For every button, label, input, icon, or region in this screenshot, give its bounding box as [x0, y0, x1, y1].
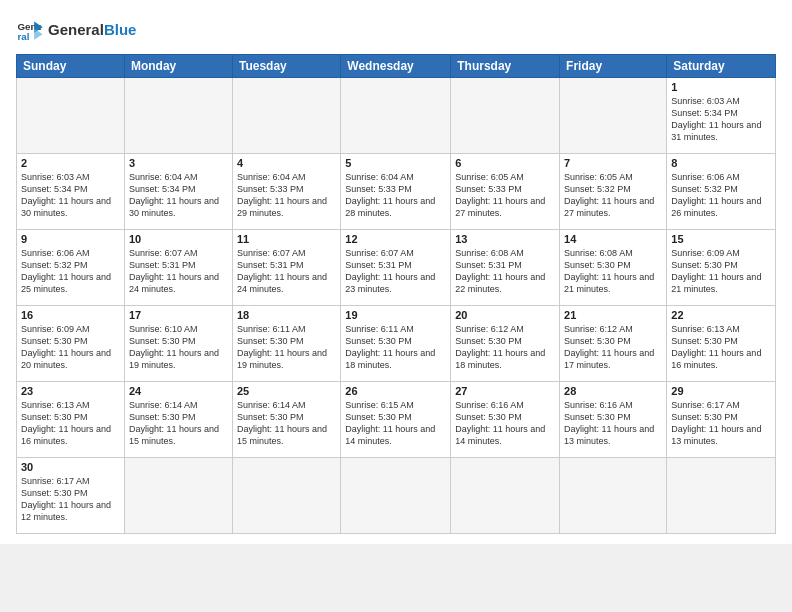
calendar-cell: 10Sunrise: 6:07 AMSunset: 5:31 PMDayligh…	[124, 230, 232, 306]
day-number: 14	[564, 233, 662, 245]
day-number: 30	[21, 461, 120, 473]
logo-general: GeneralBlue	[48, 22, 136, 39]
calendar-cell	[232, 458, 340, 534]
day-number: 4	[237, 157, 336, 169]
calendar-cell: 5Sunrise: 6:04 AMSunset: 5:33 PMDaylight…	[341, 154, 451, 230]
svg-text:ral: ral	[17, 31, 29, 42]
calendar-cell: 3Sunrise: 6:04 AMSunset: 5:34 PMDaylight…	[124, 154, 232, 230]
cell-info: Sunrise: 6:07 AMSunset: 5:31 PMDaylight:…	[345, 247, 446, 296]
calendar-cell: 22Sunrise: 6:13 AMSunset: 5:30 PMDayligh…	[667, 306, 776, 382]
page: Gene ral GeneralBlue SundayMondayTuesday…	[0, 0, 792, 544]
cell-info: Sunrise: 6:14 AMSunset: 5:30 PMDaylight:…	[237, 399, 336, 448]
week-row-2: 2Sunrise: 6:03 AMSunset: 5:34 PMDaylight…	[17, 154, 776, 230]
calendar-cell: 28Sunrise: 6:16 AMSunset: 5:30 PMDayligh…	[560, 382, 667, 458]
day-number: 8	[671, 157, 771, 169]
day-number: 27	[455, 385, 555, 397]
calendar-cell	[451, 458, 560, 534]
calendar-cell: 30Sunrise: 6:17 AMSunset: 5:30 PMDayligh…	[17, 458, 125, 534]
calendar-cell	[341, 458, 451, 534]
cell-info: Sunrise: 6:03 AMSunset: 5:34 PMDaylight:…	[21, 171, 120, 220]
calendar-cell: 20Sunrise: 6:12 AMSunset: 5:30 PMDayligh…	[451, 306, 560, 382]
cell-info: Sunrise: 6:06 AMSunset: 5:32 PMDaylight:…	[21, 247, 120, 296]
calendar-cell	[451, 78, 560, 154]
day-number: 16	[21, 309, 120, 321]
calendar-cell: 21Sunrise: 6:12 AMSunset: 5:30 PMDayligh…	[560, 306, 667, 382]
calendar-cell: 15Sunrise: 6:09 AMSunset: 5:30 PMDayligh…	[667, 230, 776, 306]
calendar-cell: 17Sunrise: 6:10 AMSunset: 5:30 PMDayligh…	[124, 306, 232, 382]
day-number: 22	[671, 309, 771, 321]
weekday-header-monday: Monday	[124, 55, 232, 78]
calendar-cell	[341, 78, 451, 154]
cell-info: Sunrise: 6:04 AMSunset: 5:33 PMDaylight:…	[237, 171, 336, 220]
day-number: 28	[564, 385, 662, 397]
day-number: 17	[129, 309, 228, 321]
calendar-cell: 25Sunrise: 6:14 AMSunset: 5:30 PMDayligh…	[232, 382, 340, 458]
cell-info: Sunrise: 6:17 AMSunset: 5:30 PMDaylight:…	[671, 399, 771, 448]
day-number: 13	[455, 233, 555, 245]
calendar-cell: 27Sunrise: 6:16 AMSunset: 5:30 PMDayligh…	[451, 382, 560, 458]
weekday-header-thursday: Thursday	[451, 55, 560, 78]
cell-info: Sunrise: 6:12 AMSunset: 5:30 PMDaylight:…	[455, 323, 555, 372]
cell-info: Sunrise: 6:16 AMSunset: 5:30 PMDaylight:…	[455, 399, 555, 448]
calendar-cell: 1Sunrise: 6:03 AMSunset: 5:34 PMDaylight…	[667, 78, 776, 154]
calendar-cell: 26Sunrise: 6:15 AMSunset: 5:30 PMDayligh…	[341, 382, 451, 458]
cell-info: Sunrise: 6:15 AMSunset: 5:30 PMDaylight:…	[345, 399, 446, 448]
calendar-cell: 6Sunrise: 6:05 AMSunset: 5:33 PMDaylight…	[451, 154, 560, 230]
day-number: 3	[129, 157, 228, 169]
day-number: 29	[671, 385, 771, 397]
cell-info: Sunrise: 6:04 AMSunset: 5:33 PMDaylight:…	[345, 171, 446, 220]
day-number: 6	[455, 157, 555, 169]
day-number: 11	[237, 233, 336, 245]
calendar-cell	[560, 458, 667, 534]
calendar-cell	[232, 78, 340, 154]
calendar-cell: 2Sunrise: 6:03 AMSunset: 5:34 PMDaylight…	[17, 154, 125, 230]
weekday-header-friday: Friday	[560, 55, 667, 78]
cell-info: Sunrise: 6:05 AMSunset: 5:32 PMDaylight:…	[564, 171, 662, 220]
day-number: 25	[237, 385, 336, 397]
week-row-1: 1Sunrise: 6:03 AMSunset: 5:34 PMDaylight…	[17, 78, 776, 154]
day-number: 1	[671, 81, 771, 93]
week-row-6: 30Sunrise: 6:17 AMSunset: 5:30 PMDayligh…	[17, 458, 776, 534]
calendar-cell: 16Sunrise: 6:09 AMSunset: 5:30 PMDayligh…	[17, 306, 125, 382]
weekday-header-tuesday: Tuesday	[232, 55, 340, 78]
calendar-cell: 11Sunrise: 6:07 AMSunset: 5:31 PMDayligh…	[232, 230, 340, 306]
calendar-cell: 24Sunrise: 6:14 AMSunset: 5:30 PMDayligh…	[124, 382, 232, 458]
day-number: 18	[237, 309, 336, 321]
cell-info: Sunrise: 6:14 AMSunset: 5:30 PMDaylight:…	[129, 399, 228, 448]
calendar-table: SundayMondayTuesdayWednesdayThursdayFrid…	[16, 54, 776, 534]
cell-info: Sunrise: 6:05 AMSunset: 5:33 PMDaylight:…	[455, 171, 555, 220]
weekday-header-wednesday: Wednesday	[341, 55, 451, 78]
cell-info: Sunrise: 6:12 AMSunset: 5:30 PMDaylight:…	[564, 323, 662, 372]
calendar-cell: 4Sunrise: 6:04 AMSunset: 5:33 PMDaylight…	[232, 154, 340, 230]
day-number: 5	[345, 157, 446, 169]
logo-icon: Gene ral	[16, 16, 44, 44]
day-number: 15	[671, 233, 771, 245]
day-number: 19	[345, 309, 446, 321]
calendar-cell	[560, 78, 667, 154]
day-number: 20	[455, 309, 555, 321]
cell-info: Sunrise: 6:11 AMSunset: 5:30 PMDaylight:…	[345, 323, 446, 372]
calendar-cell	[17, 78, 125, 154]
cell-info: Sunrise: 6:03 AMSunset: 5:34 PMDaylight:…	[671, 95, 771, 144]
day-number: 21	[564, 309, 662, 321]
day-number: 26	[345, 385, 446, 397]
calendar-cell: 14Sunrise: 6:08 AMSunset: 5:30 PMDayligh…	[560, 230, 667, 306]
day-number: 12	[345, 233, 446, 245]
cell-info: Sunrise: 6:06 AMSunset: 5:32 PMDaylight:…	[671, 171, 771, 220]
calendar-cell: 8Sunrise: 6:06 AMSunset: 5:32 PMDaylight…	[667, 154, 776, 230]
header: Gene ral GeneralBlue	[16, 16, 776, 44]
cell-info: Sunrise: 6:09 AMSunset: 5:30 PMDaylight:…	[671, 247, 771, 296]
cell-info: Sunrise: 6:04 AMSunset: 5:34 PMDaylight:…	[129, 171, 228, 220]
day-number: 24	[129, 385, 228, 397]
weekday-header-sunday: Sunday	[17, 55, 125, 78]
cell-info: Sunrise: 6:09 AMSunset: 5:30 PMDaylight:…	[21, 323, 120, 372]
week-row-4: 16Sunrise: 6:09 AMSunset: 5:30 PMDayligh…	[17, 306, 776, 382]
logo: Gene ral GeneralBlue	[16, 16, 136, 44]
day-number: 7	[564, 157, 662, 169]
week-row-3: 9Sunrise: 6:06 AMSunset: 5:32 PMDaylight…	[17, 230, 776, 306]
cell-info: Sunrise: 6:08 AMSunset: 5:31 PMDaylight:…	[455, 247, 555, 296]
cell-info: Sunrise: 6:17 AMSunset: 5:30 PMDaylight:…	[21, 475, 120, 524]
day-number: 10	[129, 233, 228, 245]
day-number: 2	[21, 157, 120, 169]
calendar-cell	[667, 458, 776, 534]
